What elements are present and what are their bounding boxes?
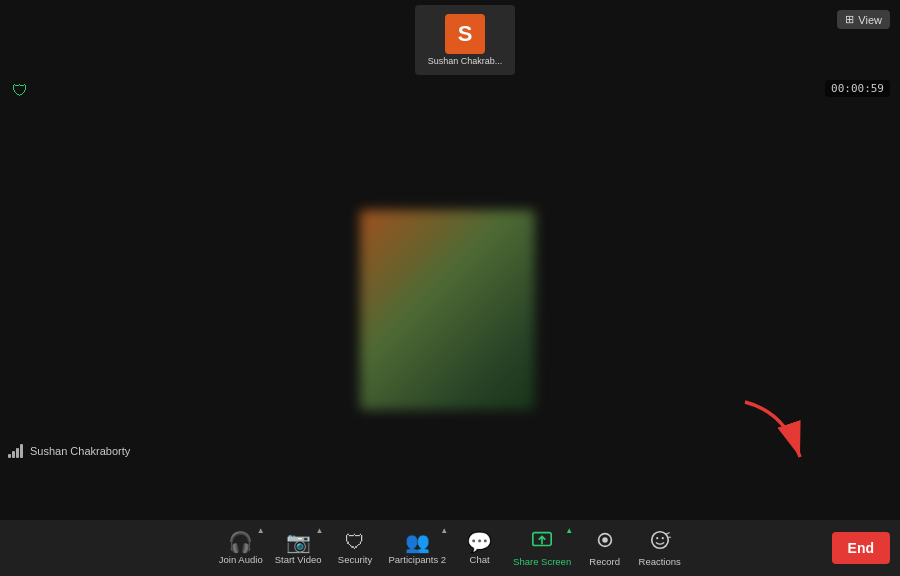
share-screen-chevron[interactable]: ▲ (565, 526, 573, 535)
participants-button[interactable]: ▲ 👥 Participants 2 (383, 520, 453, 576)
svg-point-3 (602, 537, 608, 543)
self-name-label: Sushan Chakraborty (8, 444, 130, 458)
end-button[interactable]: End (832, 532, 890, 564)
record-label: Record (589, 556, 620, 567)
view-button[interactable]: ⊞ View (837, 10, 890, 29)
arrow-svg (725, 392, 815, 482)
chat-icon: 💬 (467, 532, 492, 552)
share-screen-button[interactable]: ▲ Share Screen (507, 520, 577, 576)
reactions-label: Reactions (639, 556, 681, 567)
security-button[interactable]: 🛡 Security (328, 520, 383, 576)
join-audio-label: Join Audio (219, 554, 263, 565)
participant-name-label: Sushan Chakrab... (428, 56, 503, 66)
svg-point-6 (661, 537, 663, 539)
chat-label: Chat (470, 554, 490, 565)
join-audio-icon: 🎧 (228, 532, 253, 552)
meeting-timer: 00:00:59 (825, 80, 890, 97)
participants-chevron[interactable]: ▲ (440, 526, 448, 535)
center-video-thumbnail (360, 210, 535, 410)
self-name-text: Sushan Chakraborty (30, 445, 130, 457)
participant-avatar: S (445, 14, 485, 54)
signal-bars-icon (8, 444, 23, 458)
start-video-icon: 📷 (286, 532, 311, 552)
share-screen-icon (531, 529, 553, 554)
reactions-button[interactable]: Reactions (632, 520, 687, 576)
chat-button[interactable]: 💬 Chat (452, 520, 507, 576)
record-icon (594, 529, 616, 554)
join-audio-chevron[interactable]: ▲ (257, 526, 265, 535)
share-screen-label: Share Screen (513, 556, 571, 567)
start-video-button[interactable]: ▲ 📷 Start Video (269, 520, 328, 576)
join-audio-button[interactable]: ▲ 🎧 Join Audio (213, 520, 269, 576)
main-video-area: 🛡 S Sushan Chakrab... ⊞ View 00:00:59 Su… (0, 0, 900, 520)
participants-label: Participants 2 (389, 554, 447, 565)
start-video-label: Start Video (275, 554, 322, 565)
security-label: Security (338, 554, 372, 565)
participant-tile: S Sushan Chakrab... (415, 5, 515, 75)
reactions-icon (649, 529, 671, 554)
view-icon: ⊞ (845, 13, 854, 26)
record-button[interactable]: Record (577, 520, 632, 576)
start-video-chevron[interactable]: ▲ (316, 526, 324, 535)
participants-icon: 👥 (405, 532, 430, 552)
svg-point-5 (656, 537, 658, 539)
arrow-annotation (725, 392, 805, 472)
participants-count: 2 (441, 554, 446, 565)
security-icon: 🛡 (345, 532, 365, 552)
view-label: View (858, 14, 882, 26)
meeting-toolbar: ▲ 🎧 Join Audio ▲ 📷 Start Video 🛡 Securit… (0, 520, 900, 576)
shield-icon: 🛡 (12, 82, 28, 100)
